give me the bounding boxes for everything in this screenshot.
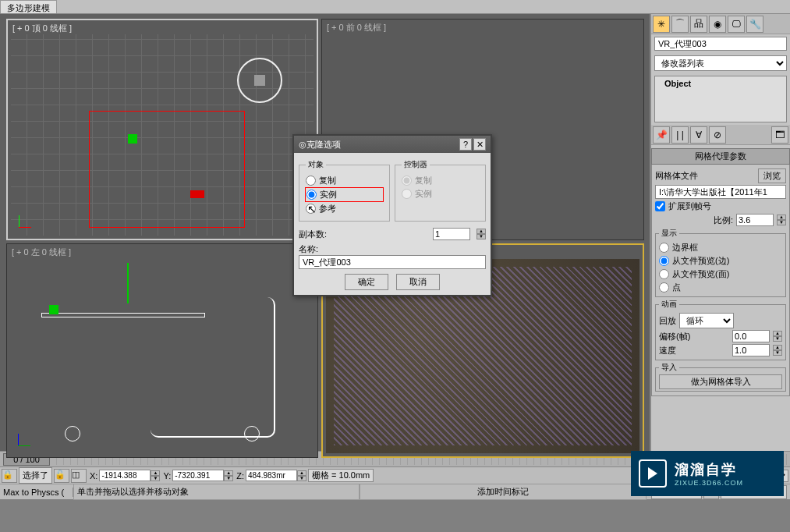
pin-stack-icon[interactable]: 📌 <box>653 126 670 144</box>
display-faces-label: 从文件预览(面) <box>672 268 729 280</box>
move-gizmo-y[interactable] <box>128 134 137 144</box>
watermark-en: ZIXUE.3D66.COM <box>675 479 743 487</box>
watermark-cn: 溜溜自学 <box>675 460 743 479</box>
y-coord-input[interactable] <box>172 470 224 481</box>
offset-label: 偏移(帧) <box>659 331 729 342</box>
import-as-mesh-button[interactable]: 做为网格体导入 <box>659 374 782 389</box>
ctrl-copy-radio <box>402 176 412 186</box>
modifier-stack-toolbar: 📌 | | ∀ ⊘ 🗔 <box>651 125 790 145</box>
move-gizmo-x[interactable] <box>190 190 204 198</box>
rollout-header[interactable]: 网格代理参数 <box>651 148 790 165</box>
axis-indicator <box>14 215 31 232</box>
tab-polygon-modeling[interactable]: 多边形建模 <box>0 0 57 13</box>
dialog-app-icon: ◎ <box>299 140 306 150</box>
modify-tab-icon[interactable]: ⌒ <box>671 16 689 33</box>
scale-label: 比例: <box>714 215 733 226</box>
command-panel-tabs: ✳ ⌒ 品 ◉ 🖵 🔧 <box>651 14 790 34</box>
display-edges-label: 从文件预览(边) <box>672 255 729 267</box>
viewport-left[interactable]: [ + 0 左 0 线框 ] <box>6 243 318 458</box>
show-end-result-icon[interactable]: | | <box>671 126 689 144</box>
reference-label: 参考 <box>319 203 336 215</box>
y-label: Y: <box>161 471 172 481</box>
command-panel: ✳ ⌒ 品 ◉ 🖵 🔧 修改器列表 Object 📌 | | ∀ ⊘ 🗔 <box>650 14 790 451</box>
scale-input[interactable] <box>736 214 774 226</box>
selection-box <box>89 111 245 228</box>
copies-spinner[interactable]: ▲▼ <box>476 229 486 239</box>
animation-group-label: 动画 <box>659 299 679 310</box>
display-bbox-radio[interactable] <box>659 243 669 253</box>
clone-name-input[interactable] <box>299 255 486 269</box>
display-edges-radio[interactable] <box>659 256 669 266</box>
display-bbox-label: 边界框 <box>672 242 698 254</box>
object-group-label: 对象 <box>306 159 326 170</box>
y-spinner[interactable]: ▲▼ <box>224 470 233 481</box>
display-points-radio[interactable] <box>659 282 669 293</box>
display-group-label: 显示 <box>659 228 679 239</box>
absolute-mode-icon[interactable]: ◫ <box>71 469 87 483</box>
browse-button[interactable]: 浏览 <box>758 168 786 183</box>
speed-input[interactable] <box>732 344 770 356</box>
x-spinner[interactable]: ▲▼ <box>151 470 160 481</box>
scale-spinner[interactable]: ▲▼ <box>777 215 786 225</box>
import-group-label: 导入 <box>659 362 679 373</box>
cancel-button[interactable]: 取消 <box>396 274 440 290</box>
display-tab-icon[interactable]: 🖵 <box>728 16 745 33</box>
display-faces-radio[interactable] <box>659 269 669 279</box>
prompt-text: 单击并拖动以选择并移动对象 <box>73 484 360 500</box>
dialog-title: 克隆选项 <box>306 139 458 151</box>
name-label: 名称: <box>299 243 486 255</box>
copy-label: 复制 <box>319 175 336 186</box>
copies-label: 副本数: <box>299 229 327 240</box>
clone-options-dialog: ◎ 克隆选项 ? ✕ 对象 复制 实例 参考 控制器 复制 实例 副本数: ▲▼ <box>292 134 492 296</box>
z-label: Z: <box>235 471 246 481</box>
x-coord-input[interactable] <box>99 470 151 481</box>
copy-radio[interactable] <box>306 176 316 186</box>
reference-radio[interactable] <box>306 204 316 214</box>
grid-label: 栅格 = 10.0mm <box>308 469 374 482</box>
motion-tab-icon[interactable]: ◉ <box>709 16 726 33</box>
playback-label: 回放 <box>659 315 676 327</box>
make-unique-icon[interactable]: ∀ <box>690 126 707 144</box>
ctrl-instance-radio <box>402 189 412 199</box>
playback-dropdown[interactable]: 循环 <box>679 313 734 328</box>
instance-radio[interactable] <box>306 190 317 200</box>
modifier-list-dropdown[interactable]: 修改器列表 <box>654 55 787 71</box>
play-icon <box>639 459 667 488</box>
object-name-input[interactable] <box>654 37 787 51</box>
configure-sets-icon[interactable]: 🗔 <box>771 126 788 144</box>
modifier-stack[interactable]: Object <box>654 76 787 122</box>
z-coord-input[interactable] <box>246 470 297 481</box>
remove-modifier-icon[interactable]: ⊘ <box>709 126 726 144</box>
chair-wireframe <box>41 289 283 445</box>
lock-selection-icon[interactable]: 🔒 <box>2 469 17 483</box>
z-spinner[interactable]: ▲▼ <box>297 470 306 481</box>
gizmo-handle-y[interactable] <box>49 305 58 314</box>
modifier-stack-item[interactable]: Object <box>658 78 783 89</box>
viewport-left-label: [ + 0 左 0 线框 ] <box>12 246 71 258</box>
controller-group-label: 控制器 <box>402 159 430 170</box>
utilities-tab-icon[interactable]: 🔧 <box>746 16 763 33</box>
dialog-close-icon[interactable]: ✕ <box>473 138 486 151</box>
mesh-file-path-input[interactable] <box>655 185 786 199</box>
speed-spinner[interactable]: ▲▼ <box>773 345 782 356</box>
viewport-front-label: [ + 0 前 0 线框 ] <box>327 22 386 34</box>
viewport-top[interactable]: [ + 0 顶 0 线框 ] <box>6 19 318 240</box>
ok-button[interactable]: 确定 <box>345 274 388 290</box>
expand-to-frame-checkbox[interactable] <box>655 201 665 211</box>
speed-label: 速度 <box>659 345 729 356</box>
dialog-help-icon[interactable]: ? <box>459 138 472 151</box>
ctrl-copy-label: 复制 <box>415 175 432 186</box>
viewcube-gizmo[interactable] <box>237 58 282 103</box>
offset-input[interactable] <box>732 330 770 342</box>
instance-label: 实例 <box>320 189 337 200</box>
copies-input[interactable] <box>433 228 470 240</box>
timetag-button[interactable]: 添加时间标记 <box>360 484 646 500</box>
watermark: 溜溜自学 ZIXUE.3D66.COM <box>631 451 784 496</box>
create-tab-icon[interactable]: ✳ <box>653 16 670 33</box>
offset-spinner[interactable]: ▲▼ <box>773 331 782 342</box>
mesh-file-label: 网格体文件 <box>655 170 755 182</box>
x-label: X: <box>88 471 99 481</box>
maxscript-label: Max to Physcs ( <box>3 488 73 497</box>
hierarchy-tab-icon[interactable]: 品 <box>690 16 707 33</box>
selection-lock-icon[interactable]: 🔓 <box>54 469 69 483</box>
